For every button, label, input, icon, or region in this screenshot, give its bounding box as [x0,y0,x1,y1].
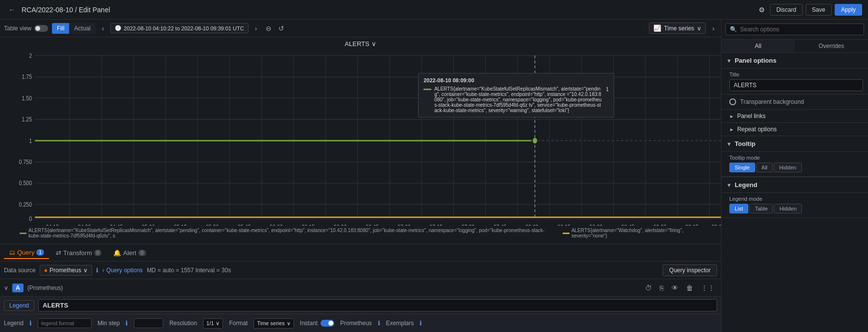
chevron-down-icon: ∨ [216,320,220,327]
tab-query[interactable]: 🗂 Query 1 [4,247,49,259]
datasource-info-icon[interactable]: ℹ [96,267,99,274]
legend-format-input[interactable] [38,318,92,328]
transparent-bg-radio[interactable] [729,98,736,105]
refresh-button[interactable]: ↺ [276,23,287,34]
viz-icon: 📈 [653,24,661,32]
query-delete-button[interactable]: 🗑 [684,283,695,293]
min-step-input[interactable] [134,318,163,328]
zoom-out-button[interactable]: ⊖ [263,23,274,34]
query-tab-label: Query [17,249,34,256]
exemplars-info-icon[interactable]: ℹ [420,320,422,327]
format-select[interactable]: Time series ∨ [253,318,294,329]
prev-time-button[interactable]: ‹ [99,23,107,34]
svg-text:05:15: 05:15 [174,223,187,226]
title-option-row: Title [721,69,868,95]
legend-label-2: ALERTS{alertname="Watchdog", alertstate=… [571,228,701,238]
tooltip-mode-buttons: Single All Hidden [729,163,863,172]
legend-item: ALERTS{alertname="Watchdog", alertstate=… [563,228,701,238]
svg-text:06:00: 06:00 [270,223,283,226]
datasource-selector[interactable]: ● Prometheus ∨ [40,265,92,276]
all-overrides-tabs: All Overrides [721,40,868,53]
svg-text:1: 1 [29,137,32,144]
query-hide-button[interactable]: 👁 [669,283,681,293]
prometheus-info-icon[interactable]: ℹ [378,320,380,327]
discard-button[interactable]: Discard [770,4,803,16]
svg-text:07:45: 07:45 [494,223,507,226]
svg-text:08:00: 08:00 [525,223,539,226]
metrics-row: Legend [0,297,721,314]
svg-text:1.50: 1.50 [22,95,32,102]
actual-button[interactable]: Actual [69,23,95,34]
query-options-link[interactable]: › Query options [102,267,143,274]
tooltip-section-header[interactable]: ▼ Tooltip [721,136,868,152]
legend-table-button[interactable]: Table [749,204,773,213]
panel-links-row[interactable]: ► Panel links [721,110,868,123]
viz-type-selector[interactable]: 📈 Time series ∨ [649,23,706,34]
query-label-a: A [12,284,24,292]
chevron-down-icon: ∨ [697,25,701,32]
datasource-name: Prometheus [50,267,81,274]
legend-section-label: Legend [735,181,757,189]
query-copy-button[interactable]: ⎘ [657,283,666,293]
legend-mode-buttons: List Table Hidden [729,204,863,213]
instant-switch[interactable] [321,320,334,327]
apply-button[interactable]: Apply [835,4,862,16]
repeat-options-row[interactable]: ► Repeat options [721,123,868,136]
tooltip-hidden-button[interactable]: Hidden [774,163,802,172]
tooltip-mode-row: Tooltip mode Single All Hidden [721,152,868,177]
viz-expand-button[interactable]: › [710,23,717,34]
legend-label-1: ALERTS{alertname="KubeStatefulSetReplica… [28,228,555,238]
tab-all[interactable]: All [721,40,795,52]
panel-links-label: Panel links [737,113,766,119]
fill-button[interactable]: Fill [52,23,69,34]
svg-text:0.500: 0.500 [19,179,32,187]
query-inspector-button[interactable]: Query inspector [663,264,717,276]
search-icon: 🔍 [730,26,737,33]
svg-text:05:30: 05:30 [206,223,219,226]
panel-options-header[interactable]: ▼ Panel options [721,53,868,69]
legend-section-header[interactable]: ▼ Legend [721,177,868,193]
svg-text:08:45: 08:45 [621,223,635,226]
search-options-input[interactable] [740,26,860,33]
time-range-picker[interactable]: 🕐 2022-08-10 04:10:22 to 2022-08-10 09:3… [110,23,248,33]
save-button[interactable]: Save [806,4,832,16]
right-panel: 🔍 All Overrides ▼ Panel options Title Tr… [721,20,868,332]
legend-info-icon[interactable]: ℹ [29,320,32,327]
chevron-right-icon: › [102,267,104,274]
tab-alert[interactable]: 🔔 Alert 0 [108,247,150,259]
tooltip-time: 2022-08-10 08:09:00 [423,77,609,83]
query-collapse-button[interactable]: ∨ [4,285,8,291]
panel-title-input[interactable] [729,79,863,91]
svg-text:09:00: 09:00 [653,223,667,226]
table-view-switch[interactable] [34,25,48,32]
query-time-icon-button[interactable]: ⏱ [643,283,654,293]
clock-icon: 🕐 [115,25,122,31]
back-button[interactable]: ← [6,4,18,15]
tab-overrides[interactable]: Overrides [795,40,868,52]
panel-toolbar: Table view Fill Actual ‹ 🕐 2022-08-10 04… [0,20,721,37]
fill-actual-group: Fill Actual [52,23,96,34]
repeat-options-label: Repeat options [737,126,777,133]
next-time-button[interactable]: › [252,23,260,34]
chevron-down-icon: ∨ [83,267,88,274]
tooltip-all-button[interactable]: All [756,163,773,172]
svg-text:05:00: 05:00 [142,223,155,226]
metrics-browser-button[interactable]: Legend [4,300,34,311]
svg-text:04:15: 04:15 [46,223,59,226]
page-title: RCA/2022-08-10 / Edit Panel [22,6,110,14]
options-row: Legend ℹ Min step ℹ Resolution 1/1 ∨ For… [0,314,721,332]
tooltip-series-label: ALERTS{alertname="KubeStatefulSetReplica… [434,86,603,113]
svg-text:07:30: 07:30 [462,223,475,226]
query-more-button[interactable]: ⋮⋮ [698,283,717,293]
metrics-input[interactable] [38,299,717,311]
svg-text:04:30: 04:30 [78,223,91,226]
resolution-select[interactable]: 1/1 ∨ [203,318,223,329]
tab-transform[interactable]: ⇄ Transform 0 [51,247,106,259]
transform-tab-icon: ⇄ [56,249,61,257]
tooltip-single-button[interactable]: Single [729,163,755,172]
chevron-down-icon: ▼ [726,141,732,147]
legend-hidden-button[interactable]: Hidden [774,204,802,213]
legend-list-button[interactable]: List [729,204,748,213]
settings-button[interactable]: ⚙ [757,4,767,16]
min-step-info-icon[interactable]: ℹ [125,320,128,327]
